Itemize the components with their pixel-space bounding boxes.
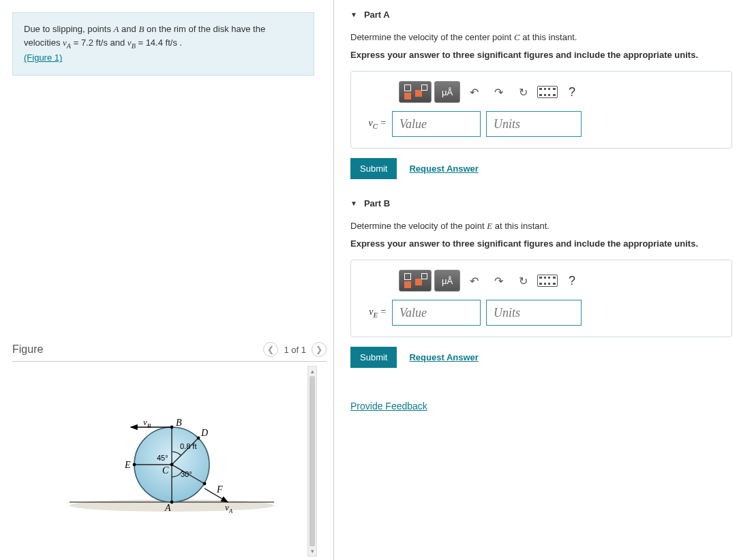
equals-sign: =	[378, 118, 387, 128]
undo-button[interactable]: ↶	[463, 270, 485, 292]
va-value: = 7.2 ft/s	[74, 37, 108, 48]
help-button[interactable]: ?	[561, 270, 583, 292]
reset-button[interactable]: ↻	[512, 270, 534, 292]
question-text: at this instant.	[495, 221, 549, 231]
keyboard-icon	[537, 86, 558, 98]
reset-button[interactable]: ↻	[512, 81, 534, 103]
scroll-thumb[interactable]	[310, 376, 315, 546]
pager-text: 1 of 1	[284, 345, 306, 355]
scroll-down-icon[interactable]: ▾	[308, 546, 316, 556]
part-b-inputs: vE =	[363, 300, 719, 326]
vb-value: = 14.4 ft/s .	[138, 37, 182, 48]
part-b-question: Determine the velocity of the point E at…	[350, 219, 754, 233]
part-a-header[interactable]: ▼ Part A	[350, 10, 754, 20]
superscript-icon	[415, 273, 427, 288]
units-input[interactable]	[486, 300, 582, 326]
keyboard-icon	[537, 275, 558, 287]
fraction-exponent-button[interactable]	[399, 270, 432, 292]
superscript-icon	[415, 84, 427, 99]
request-answer-link[interactable]: Request Answer	[409, 352, 478, 362]
svg-text:E: E	[124, 460, 131, 470]
part-a-instruction: Express your answer to three significant…	[350, 48, 754, 62]
part-b-title: Part B	[364, 198, 390, 208]
fraction-exponent-button[interactable]	[399, 81, 432, 103]
part-b-answer-panel: μÅ ↶ ↷ ↻ ? vE =	[350, 260, 732, 337]
submit-button[interactable]: Submit	[350, 158, 397, 179]
units-button[interactable]: μÅ	[434, 270, 460, 292]
fraction-icon	[403, 84, 412, 99]
value-input[interactable]	[392, 111, 481, 137]
svg-text:0.8 ft: 0.8 ft	[180, 442, 196, 450]
keyboard-button[interactable]	[537, 81, 558, 103]
units-input[interactable]	[486, 111, 582, 137]
redo-button[interactable]: ↷	[487, 270, 509, 292]
angstrom-icon: Å	[447, 276, 453, 286]
vc-label: vC =	[363, 118, 387, 130]
svg-text:A: A	[164, 503, 171, 513]
answer-toolbar: μÅ ↶ ↷ ↻ ?	[399, 81, 719, 103]
question-var: E	[487, 221, 492, 231]
vc-sub: C	[373, 122, 378, 130]
undo-button[interactable]: ↶	[463, 81, 485, 103]
submit-button[interactable]: Submit	[350, 347, 397, 368]
left-panel: Due to slipping, points A and B on the r…	[0, 0, 334, 560]
scroll-up-icon[interactable]: ▴	[308, 367, 316, 376]
figure-body: B vB D E C A F vA 0.8 ft 45° 30° ▴ ▾	[12, 366, 327, 557]
svg-text:D: D	[200, 428, 208, 438]
angstrom-icon: Å	[447, 87, 453, 97]
figure-pager: ❮ 1 of 1 ❯	[263, 342, 327, 357]
svg-text:45°: 45°	[157, 454, 168, 462]
svg-point-10	[132, 463, 136, 467]
part-a-actions: Submit Request Answer	[350, 158, 754, 179]
part-b-actions: Submit Request Answer	[350, 347, 754, 368]
mu-icon: μ	[442, 87, 447, 97]
redo-button[interactable]: ↷	[487, 81, 509, 103]
value-input[interactable]	[392, 300, 481, 326]
figure-panel: Figure ❮ 1 of 1 ❯	[12, 342, 327, 560]
pager-next-button[interactable]: ❯	[312, 342, 327, 357]
vb-sub: B	[132, 42, 136, 50]
point-B: B	[138, 24, 144, 34]
question-text: at this instant.	[522, 32, 577, 42]
problem-text: Due to slipping, points	[24, 24, 114, 34]
va-sub: A	[67, 42, 71, 50]
disk-figure: B vB D E C A F vA 0.8 ft 45° 30°	[56, 386, 274, 536]
mu-icon: μ	[442, 276, 447, 286]
figure-title: Figure	[12, 343, 43, 356]
question-text: Determine the velocity of the point	[350, 221, 487, 231]
svg-text:F: F	[216, 484, 223, 495]
part-a-title: Part A	[364, 10, 390, 20]
svg-point-13	[202, 482, 206, 486]
answer-toolbar: μÅ ↶ ↷ ↻ ?	[399, 270, 719, 292]
problem-text: and	[110, 37, 127, 48]
provide-feedback-link[interactable]: Provide Feedback	[350, 401, 427, 411]
part-b-instruction: Express your answer to three significant…	[350, 237, 754, 251]
problem-statement: Due to slipping, points A and B on the r…	[12, 12, 314, 76]
chevron-down-icon: ▼	[350, 200, 357, 207]
help-button[interactable]: ?	[561, 81, 583, 103]
equals-sign: =	[378, 307, 387, 317]
fraction-icon	[403, 273, 412, 288]
svg-text:30°: 30°	[181, 470, 192, 478]
pager-prev-button[interactable]: ❮	[263, 342, 278, 357]
units-button[interactable]: μÅ	[434, 81, 460, 103]
svg-point-12	[196, 437, 200, 440]
problem-text: and	[121, 24, 138, 34]
figure-link[interactable]: (Figure 1)	[24, 52, 62, 63]
part-a-question: Determine the velocity of the center poi…	[350, 31, 754, 44]
request-answer-link[interactable]: Request Answer	[409, 164, 478, 174]
keyboard-button[interactable]	[537, 270, 558, 292]
question-var: C	[514, 32, 520, 42]
ve-label: vE =	[363, 307, 387, 319]
question-text: Determine the velocity of the center poi…	[350, 32, 514, 42]
part-a-inputs: vC =	[363, 111, 719, 137]
figure-scrollbar[interactable]: ▴ ▾	[307, 366, 317, 557]
part-a-answer-panel: μÅ ↶ ↷ ↻ ? vC =	[350, 71, 732, 149]
chevron-down-icon: ▼	[350, 11, 357, 18]
svg-text:C: C	[162, 465, 169, 476]
svg-point-8	[170, 463, 173, 467]
right-panel: ▼ Part A Determine the velocity of the c…	[334, 0, 754, 560]
svg-text:B: B	[176, 418, 182, 428]
part-b-header[interactable]: ▼ Part B	[350, 198, 754, 208]
point-A: A	[114, 24, 119, 34]
